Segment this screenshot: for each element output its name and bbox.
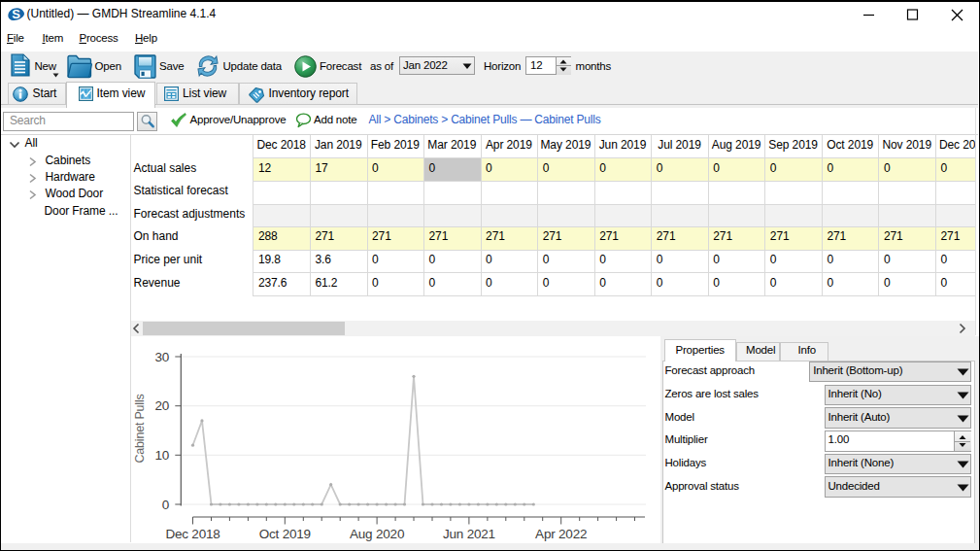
svg-text:0: 0 (162, 498, 169, 512)
svg-text:Cabinet Pulls: Cabinet Pulls (133, 394, 147, 463)
svg-text:Jun 2021: Jun 2021 (443, 527, 495, 541)
svg-text:10: 10 (154, 448, 169, 463)
svg-text:30: 30 (154, 350, 169, 364)
svg-text:S: S (12, 7, 20, 21)
svg-text:Oct 2019: Oct 2019 (259, 527, 311, 541)
svg-text:Apr 2022: Apr 2022 (535, 527, 587, 541)
svg-text:Aug 2020: Aug 2020 (350, 527, 404, 541)
svg-text:Dec 2018: Dec 2018 (165, 527, 220, 541)
svg-text:20: 20 (154, 398, 169, 413)
